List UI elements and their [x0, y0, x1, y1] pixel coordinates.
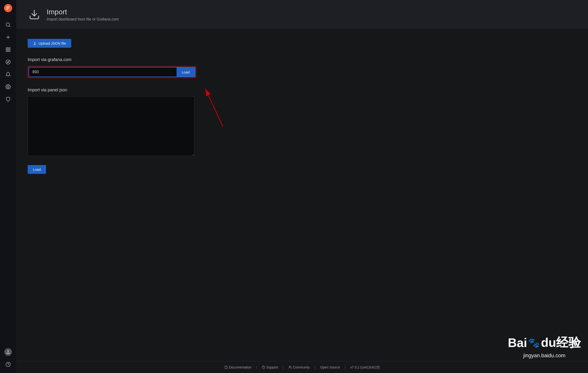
page-header: Import Import dashboard from file or Gra…: [16, 0, 588, 28]
user-avatar[interactable]: [0, 346, 16, 358]
footer-open-source[interactable]: Open Source: [320, 365, 340, 369]
sidebar-item-help[interactable]: [0, 358, 16, 371]
svg-rect-8: [6, 50, 8, 52]
svg-rect-6: [6, 48, 8, 49]
grafana-id-input[interactable]: [29, 67, 177, 77]
footer-version: v7.5.2 (ca413c612f): [350, 365, 380, 369]
svg-rect-7: [9, 48, 10, 49]
sidebar-item-alerting[interactable]: [0, 68, 16, 81]
panel-json-textarea[interactable]: [28, 96, 194, 156]
footer-sep-3: |: [315, 365, 315, 369]
sidebar-item-configuration[interactable]: [0, 81, 16, 93]
baidu-brand-text2: du经验: [541, 334, 581, 351]
sidebar-item-add[interactable]: [0, 31, 16, 44]
svg-point-10: [6, 60, 10, 64]
svg-rect-9: [9, 50, 10, 52]
page-header-text: Import Import dashboard from file or Gra…: [47, 8, 119, 22]
import-body: Upload JSON file Import via grafana.com …: [16, 28, 588, 373]
sidebar-item-dashboards[interactable]: [0, 44, 16, 56]
grafana-load-label: Load: [182, 70, 190, 74]
footer-community-label: Community: [293, 365, 310, 369]
page-title: Import: [47, 8, 119, 16]
panel-json-section-title: Import via panel json: [28, 88, 577, 93]
grafana-import-highlight-box: Load: [28, 66, 196, 78]
footer: Documentation | Support | Community | Op…: [16, 361, 588, 373]
footer-support-label: Support: [266, 365, 278, 369]
svg-point-12: [7, 86, 9, 88]
footer-doc-label: Documentation: [229, 365, 251, 369]
footer-sep-2: |: [283, 365, 284, 369]
grafana-section-title: Import via grafana.com: [28, 57, 577, 62]
main-content: Import Import dashboard from file or Gra…: [16, 0, 588, 373]
svg-line-3: [9, 26, 10, 27]
sidebar-item-server-admin[interactable]: [0, 93, 16, 105]
svg-point-1: [8, 8, 9, 9]
svg-point-20: [289, 366, 290, 367]
svg-point-13: [7, 350, 9, 352]
footer-documentation[interactable]: Documentation: [224, 365, 251, 369]
load-panel-label: Load: [33, 167, 41, 172]
sidebar: [0, 0, 16, 373]
page-subtitle: Import dashboard from file or Grafana.co…: [47, 17, 119, 22]
grafana-logo[interactable]: [0, 0, 16, 16]
sidebar-item-explore[interactable]: [0, 56, 16, 68]
footer-sep-4: |: [345, 365, 346, 369]
upload-json-button[interactable]: Upload JSON file: [28, 39, 71, 48]
baidu-paw-icon: 🐾: [528, 337, 540, 349]
sidebar-item-search[interactable]: [0, 19, 16, 31]
import-header-icon: [28, 8, 41, 21]
baidu-brand-text: Bai: [508, 336, 527, 350]
baidu-url: jingyan.baidu.com: [508, 352, 581, 359]
upload-json-label: Upload JSON file: [39, 41, 66, 45]
svg-marker-11: [7, 61, 9, 63]
footer-open-source-label: Open Source: [320, 365, 340, 369]
footer-sep-1: |: [256, 365, 257, 369]
grafana-import-row: Load: [29, 67, 195, 77]
grafana-load-button[interactable]: Load: [177, 67, 195, 77]
load-panel-button[interactable]: Load: [28, 165, 46, 174]
footer-community[interactable]: Community: [289, 365, 310, 369]
footer-support[interactable]: Support: [262, 365, 278, 369]
baidu-watermark: Bai 🐾 du经验 jingyan.baidu.com: [508, 334, 581, 359]
